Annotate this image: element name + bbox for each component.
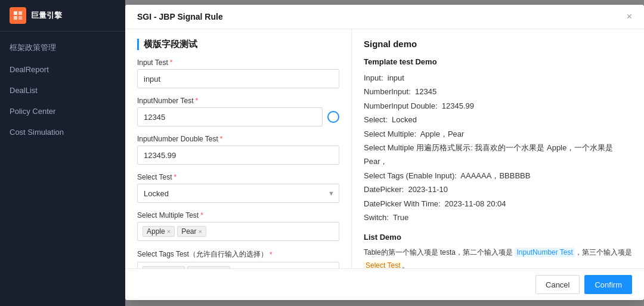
form-item-number: InputNumber Test * <box>137 97 339 126</box>
preview-line-datepicker: DatePicker: 2023-11-10 <box>364 183 632 196</box>
preview-line-datepickerTime: DatePicker With Time: 2023-11-08 20:04 <box>364 197 632 211</box>
form-panel: 横版字段测试 Input Test * InputNumber Test <box>125 29 352 268</box>
required-star-tags: * <box>270 251 273 259</box>
confirm-button[interactable]: Confirm <box>584 275 632 294</box>
preview-section-list: List Demo <box>364 233 632 242</box>
preview-title: Signal demo <box>364 39 632 49</box>
preview-panel: Signal demo Template test Demo Input: in… <box>352 29 644 268</box>
modal-title: SGI - JBP Signal Rule <box>137 12 223 21</box>
tag-pear-close[interactable]: × <box>199 228 202 235</box>
required-star-multiselect: * <box>200 211 203 220</box>
number-input-wrapper <box>137 107 339 126</box>
tag-pear-label: Pear <box>181 227 196 236</box>
required-star-number: * <box>196 97 199 105</box>
preview-line-switch: Switch: True <box>364 211 632 224</box>
app-name: 巨量引擎 <box>31 10 62 21</box>
preview-template-content: Input: input NumberInput: 12345 NumberIn… <box>364 71 632 224</box>
select-wrapper: Locked Unlocked ▼ <box>137 184 339 203</box>
slider-handle[interactable] <box>327 111 339 123</box>
required-star-input: * <box>170 58 173 67</box>
form-label-tags: Select Tags Test（允许自行输入的选择） * <box>137 249 339 259</box>
preview-line-selectMultiLoop: Select Multiple 用遍历格式展示: 我喜欢的一个水果是 Apple… <box>364 141 632 169</box>
modal: SGI - JBP Signal Rule × 横版字段测试 Input Tes… <box>125 5 644 300</box>
tag-pear: Pear × <box>177 226 206 237</box>
inputnumber-double-field[interactable] <box>137 146 339 165</box>
tag-apple-label: Apple <box>147 227 165 236</box>
preview-line-selectMulti: Select Multiple: Apple，Pear <box>364 127 632 141</box>
input-test-field[interactable] <box>137 69 339 88</box>
sidebar-item-dealreport[interactable]: DealReport <box>0 59 125 80</box>
svg-rect-2 <box>14 16 17 20</box>
form-label-input: Input Test * <box>137 58 339 67</box>
form-label-select: Select Test * <box>137 173 339 181</box>
form-label-number: InputNumber Test * <box>137 97 339 105</box>
sidebar-item-deallist[interactable]: DealList <box>0 80 125 101</box>
tag-apple: Apple × <box>143 226 175 237</box>
sidebar-logo: 巨量引擎 <box>0 0 125 32</box>
tag-apple-close[interactable]: × <box>167 228 171 235</box>
required-star-select: * <box>174 173 177 181</box>
sidebar-menu: 框架政策管理 DealReport DealList Policy Center… <box>0 32 125 306</box>
list-demo: List Demo Table的第一个输入项是 testa，第二个输入项是 In… <box>364 233 632 268</box>
form-label-double: InputNumber Double Test * <box>137 135 339 143</box>
list-item-1-highlight2: Select Test <box>364 261 402 268</box>
form-item-multiselect: Select Multiple Test * Apple × Pear × <box>137 211 339 241</box>
list-item-1-highlight1: InputNumber Test <box>515 248 575 257</box>
select-test-field[interactable]: Locked Unlocked <box>137 184 339 203</box>
sidebar: 巨量引擎 框架政策管理 DealReport DealList Policy C… <box>0 0 125 306</box>
modal-overlay: SGI - JBP Signal Rule × 横版字段测试 Input Tes… <box>125 0 644 306</box>
preview-line-select: Select: Locked <box>364 113 632 126</box>
list-item-1: Table的第一个输入项是 testa，第二个输入项是 InputNumber … <box>364 246 632 268</box>
modal-header: SGI - JBP Signal Rule × <box>125 5 644 29</box>
svg-rect-3 <box>18 16 22 20</box>
preview-section-template: Template test Demo <box>364 57 632 66</box>
required-star-double: * <box>220 135 223 143</box>
svg-rect-1 <box>18 11 22 15</box>
sidebar-item-costsim[interactable]: Cost Simulation <box>0 122 125 143</box>
preview-line-numInput: NumberInput: 12345 <box>364 85 632 98</box>
preview-line-selectTags: Select Tags (Enable Input): AAAAAA，BBBBB… <box>364 169 632 183</box>
inputnumber-test-field[interactable] <box>137 107 323 126</box>
preview-line-input: Input: input <box>364 71 632 85</box>
sidebar-item-policy[interactable]: 框架政策管理 <box>0 36 125 59</box>
form-item-tags: Select Tags Test（允许自行输入的选择） * AAAAAA × B… <box>137 249 339 268</box>
form-item-select: Select Test * Locked Unlocked ▼ <box>137 173 339 203</box>
modal-footer: Cancel Confirm <box>125 268 644 300</box>
svg-rect-0 <box>14 11 17 15</box>
sidebar-item-policycenter[interactable]: Policy Center <box>0 101 125 122</box>
form-section-title: 横版字段测试 <box>137 39 339 50</box>
form-label-multiselect: Select Multiple Test * <box>137 211 339 220</box>
cancel-button[interactable]: Cancel <box>535 275 580 294</box>
main-content: Demo Form 简单非受控组件 基于基础组件之上，宿主使用 onCh... … <box>125 0 644 306</box>
multiselect-tags-input[interactable]: Apple × Pear × <box>137 222 339 241</box>
logo-icon <box>10 7 26 24</box>
tags-test-input[interactable]: AAAAAA × BBBBBB × <box>137 262 339 268</box>
modal-body: 横版字段测试 Input Test * InputNumber Test <box>125 29 644 268</box>
form-item-double: InputNumber Double Test * <box>137 135 339 165</box>
modal-close-button[interactable]: × <box>627 12 632 21</box>
preview-line-numDouble: NumberInput Double: 12345.99 <box>364 99 632 113</box>
form-item-input: Input Test * <box>137 58 339 88</box>
